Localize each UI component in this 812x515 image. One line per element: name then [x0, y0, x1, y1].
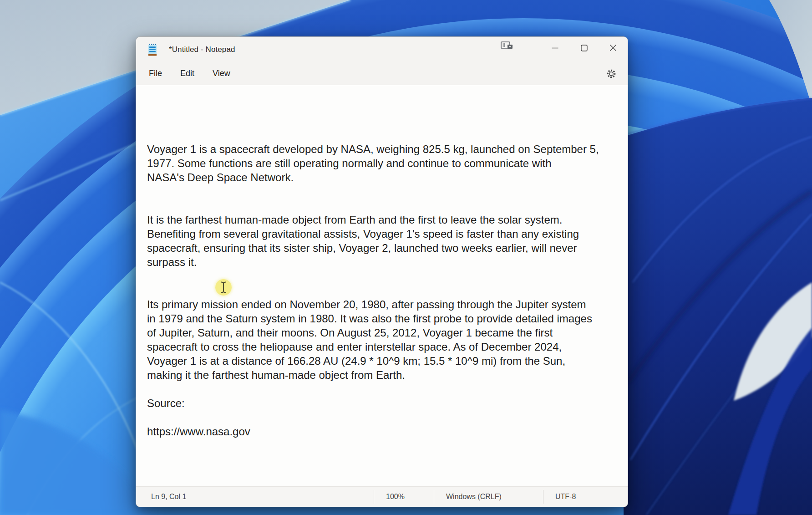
minimize-icon	[552, 45, 558, 51]
window-controls	[540, 37, 628, 59]
notepad-icon	[147, 44, 157, 56]
editor-line	[147, 184, 626, 199]
editor-line: of Jupiter, Saturn, and their moons. On …	[147, 326, 626, 340]
editor-line: spacecraft, ensuring that its sister shi…	[147, 241, 626, 255]
editor-text-area[interactable]: Voyager 1 is a spacecraft developed by N…	[136, 86, 628, 487]
editor-line: surpass it.	[147, 255, 626, 269]
editor-line: Benefiting from several gravitational as…	[147, 227, 626, 241]
editor-line: Source:	[147, 396, 626, 410]
input-indicator-icon	[500, 41, 514, 51]
menu-edit[interactable]: Edit	[175, 66, 200, 81]
close-button[interactable]	[599, 37, 628, 59]
status-zoom: 100%	[374, 490, 434, 504]
status-encoding: UTF-8	[543, 490, 628, 504]
menu-view[interactable]: View	[207, 66, 236, 81]
editor-line: making it the farthest human-made object…	[147, 368, 626, 382]
text-ibeam-cursor	[215, 279, 232, 296]
minimize-button[interactable]	[540, 37, 569, 59]
editor-line	[147, 382, 626, 396]
gear-icon	[606, 69, 616, 79]
editor-line: in 1979 and the Saturn system in 1980. I…	[147, 311, 626, 326]
notepad-window: *Untitled - Notepad	[136, 36, 628, 507]
settings-button[interactable]	[604, 66, 619, 82]
menu-file[interactable]: File	[143, 66, 167, 81]
status-bar: Ln 9, Col 1 100% Windows (CRLF) UTF-8	[136, 486, 628, 507]
editor-line: NASA's Deep Space Network.	[147, 170, 626, 184]
editor-line: Voyager 1 is at a distance of 166.28 AU …	[147, 354, 626, 368]
window-title: *Untitled - Notepad	[169, 45, 235, 54]
editor-line: 1977. Some functions are still operating…	[147, 156, 626, 170]
editor-line: https://www.nasa.gov	[147, 424, 626, 439]
maximize-icon	[581, 45, 588, 51]
editor-line: Voyager 1 is a spacecraft developed by N…	[147, 142, 626, 156]
editor-line	[147, 199, 626, 213]
editor-line	[147, 410, 626, 424]
editor-line: spacecraft to cross the heliopause and e…	[147, 340, 626, 354]
maximize-button[interactable]	[569, 37, 599, 59]
editor-line: It is the farthest human-made object fro…	[147, 213, 626, 227]
menubar: File Edit View	[136, 62, 628, 85]
status-line-ending: Windows (CRLF)	[434, 490, 543, 504]
close-icon	[609, 44, 617, 51]
titlebar[interactable]: *Untitled - Notepad	[136, 37, 628, 62]
editor-line: Its primary mission ended on November 20…	[147, 297, 626, 311]
status-cursor-position: Ln 9, Col 1	[136, 487, 374, 507]
